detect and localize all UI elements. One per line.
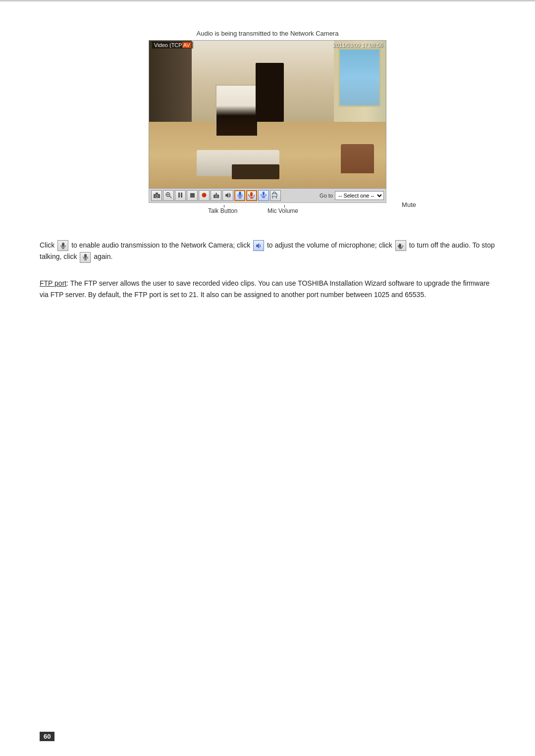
description-section: Click to enable audio transmission to th… xyxy=(40,240,495,263)
video-label-text: Video (TCP xyxy=(154,42,182,48)
svg-line-30 xyxy=(274,192,276,194)
camera-icon xyxy=(154,193,160,199)
talk-icon xyxy=(237,192,243,200)
camera-section: Audio is being transmitted to the Networ… xyxy=(40,30,495,225)
camera-toolbar: Go to -- Select one -- xyxy=(149,189,386,203)
toolbar-labels: Talk Button Mic Volume xyxy=(149,205,386,225)
inline-volume-icon xyxy=(253,240,264,251)
zoom-button[interactable] xyxy=(163,190,174,201)
camera-feed: Video (TCPAV 2011/03/09 17:08:56 xyxy=(149,40,386,189)
goto-label: Go to xyxy=(320,193,333,199)
coffee-table xyxy=(232,164,279,179)
record-button[interactable] xyxy=(199,190,210,201)
camera-button[interactable] xyxy=(151,190,162,201)
pause-icon xyxy=(178,192,183,199)
video-label: Video (TCPAV xyxy=(152,42,193,49)
ftp-text: : The FTP server allows the user to save… xyxy=(40,279,489,299)
ftp-section: FTP port: The FTP server allows the user… xyxy=(40,278,495,301)
svg-rect-7 xyxy=(178,193,180,198)
svg-line-4 xyxy=(169,196,171,198)
svg-rect-1 xyxy=(156,193,158,194)
camera-overlay: Video (TCPAV 2011/03/09 17:08:56 xyxy=(149,41,386,50)
goto-select[interactable]: -- Select one -- xyxy=(335,191,384,200)
svg-rect-33 xyxy=(62,243,64,247)
zoom-icon xyxy=(165,192,172,200)
stop-button[interactable] xyxy=(187,190,198,201)
inline-talk-icon xyxy=(57,240,68,251)
mic-volume-label: Mic Volume xyxy=(268,207,298,214)
timestamp: 2011/03/09 17:08:56 xyxy=(333,42,383,48)
window-right xyxy=(338,48,381,107)
mute-label: Mute xyxy=(402,201,416,208)
audio-in-icon xyxy=(225,192,231,200)
svg-point-10 xyxy=(202,193,207,198)
desc-part5: again. xyxy=(94,252,112,260)
talk-button-label: Talk Button xyxy=(208,207,237,214)
ftp-paragraph: FTP port: The FTP server allows the user… xyxy=(40,278,495,301)
mic-volume-icon xyxy=(260,192,267,200)
svg-rect-18 xyxy=(250,192,253,197)
mute-button[interactable] xyxy=(270,190,281,201)
camera-wrapper: Video (TCPAV 2011/03/09 17:08:56 xyxy=(149,40,386,225)
talk-active-icon xyxy=(248,192,255,200)
mic-volume-button[interactable] xyxy=(258,190,269,201)
chair-right xyxy=(341,144,374,174)
desc-part2: to enable audio transmission to the Netw… xyxy=(71,241,250,249)
page-number: 60 xyxy=(40,732,54,741)
record-icon xyxy=(201,192,207,199)
svg-marker-14 xyxy=(225,193,228,198)
audio-caption: Audio is being transmitted to the Networ… xyxy=(197,30,339,37)
talk-button[interactable] xyxy=(234,190,245,201)
inline-mute-icon xyxy=(395,240,406,251)
ftp-label: FTP port xyxy=(40,279,66,287)
audio-in-button[interactable] xyxy=(222,190,233,201)
mute-icon xyxy=(272,192,279,200)
talk-active-button[interactable] xyxy=(246,190,257,201)
fireplace xyxy=(215,85,258,136)
desc-part3: to adjust the volume of microphone; clic… xyxy=(267,241,392,249)
svg-rect-28 xyxy=(272,194,276,196)
dark-figure xyxy=(256,63,284,122)
top-border xyxy=(0,0,535,1)
snapshot-button[interactable] xyxy=(211,190,221,201)
pause-button[interactable] xyxy=(175,190,186,201)
svg-rect-8 xyxy=(181,193,182,198)
av-highlight: AV xyxy=(182,42,191,48)
svg-rect-9 xyxy=(190,193,195,198)
svg-rect-22 xyxy=(263,192,265,196)
svg-marker-36 xyxy=(256,243,259,249)
stop-icon xyxy=(190,193,195,199)
desc-part1: Click xyxy=(40,241,54,249)
svg-marker-12 xyxy=(215,193,217,195)
description-paragraph: Click to enable audio transmission to th… xyxy=(40,240,495,263)
svg-line-29 xyxy=(272,192,274,194)
snapshot-icon xyxy=(213,192,219,200)
inline-talk-icon-2 xyxy=(80,252,91,263)
svg-rect-42 xyxy=(84,254,87,258)
svg-rect-37 xyxy=(399,244,401,248)
goto-section: Go to -- Select one -- xyxy=(320,191,384,200)
svg-rect-15 xyxy=(239,192,241,196)
